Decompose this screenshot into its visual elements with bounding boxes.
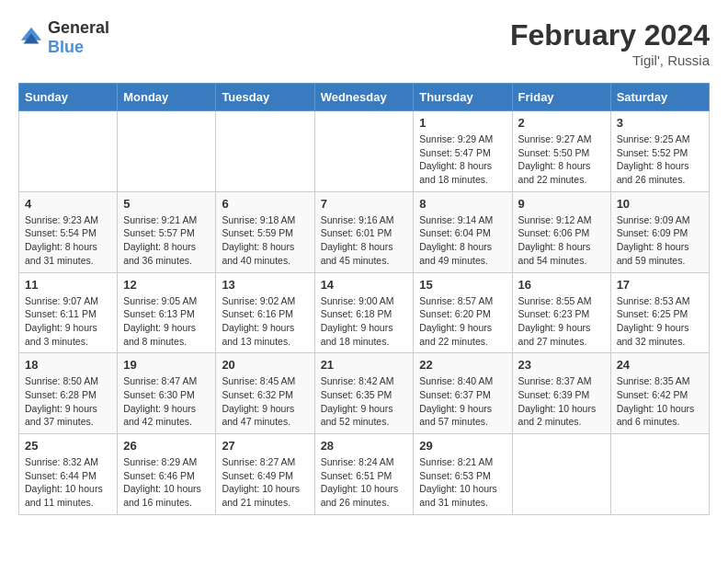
calendar-cell: 15Sunrise: 8:57 AM Sunset: 6:20 PM Dayli…: [414, 272, 512, 353]
weekday-header-monday: Monday: [118, 84, 216, 111]
calendar-cell: [19, 111, 118, 192]
day-detail: Sunrise: 8:29 AM Sunset: 6:46 PM Dayligh…: [123, 455, 210, 510]
weekday-row: SundayMondayTuesdayWednesdayThursdayFrid…: [19, 84, 710, 111]
calendar-cell: [216, 111, 314, 192]
calendar-cell: [118, 111, 216, 192]
calendar-cell: 27Sunrise: 8:27 AM Sunset: 6:49 PM Dayli…: [216, 434, 314, 515]
calendar-week-2: 4Sunrise: 9:23 AM Sunset: 5:54 PM Daylig…: [19, 191, 710, 272]
calendar-cell: 1Sunrise: 9:29 AM Sunset: 5:47 PM Daylig…: [414, 111, 512, 192]
calendar-cell: 2Sunrise: 9:27 AM Sunset: 5:50 PM Daylig…: [512, 111, 610, 192]
day-number: 15: [419, 278, 506, 292]
day-number: 9: [518, 197, 605, 211]
day-detail: Sunrise: 9:21 AM Sunset: 5:57 PM Dayligh…: [123, 213, 210, 268]
calendar-cell: 12Sunrise: 9:05 AM Sunset: 6:13 PM Dayli…: [118, 272, 216, 353]
calendar-cell: 16Sunrise: 8:55 AM Sunset: 6:23 PM Dayli…: [512, 272, 610, 353]
day-number: 18: [25, 358, 111, 372]
day-detail: Sunrise: 9:16 AM Sunset: 6:01 PM Dayligh…: [321, 213, 408, 268]
day-number: 5: [123, 197, 210, 211]
logo-icon: [18, 25, 44, 51]
day-detail: Sunrise: 9:00 AM Sunset: 6:18 PM Dayligh…: [321, 294, 408, 349]
weekday-header-wednesday: Wednesday: [314, 84, 414, 111]
day-detail: Sunrise: 8:32 AM Sunset: 6:44 PM Dayligh…: [25, 455, 111, 510]
day-number: 20: [222, 358, 308, 372]
weekday-header-sunday: Sunday: [19, 84, 118, 111]
calendar-cell: 24Sunrise: 8:35 AM Sunset: 6:42 PM Dayli…: [610, 353, 709, 434]
day-detail: Sunrise: 8:40 AM Sunset: 6:37 PM Dayligh…: [419, 374, 506, 429]
day-number: 16: [518, 278, 605, 292]
day-number: 10: [617, 197, 703, 211]
day-number: 4: [25, 197, 111, 211]
logo-general: General: [48, 18, 109, 37]
day-detail: Sunrise: 8:45 AM Sunset: 6:32 PM Dayligh…: [222, 374, 308, 429]
calendar-cell: 13Sunrise: 9:02 AM Sunset: 6:16 PM Dayli…: [216, 272, 314, 353]
calendar-week-3: 11Sunrise: 9:07 AM Sunset: 6:11 PM Dayli…: [19, 272, 710, 353]
day-number: 21: [321, 358, 408, 372]
day-detail: Sunrise: 8:24 AM Sunset: 6:51 PM Dayligh…: [321, 455, 408, 510]
calendar-cell: 20Sunrise: 8:45 AM Sunset: 6:32 PM Dayli…: [216, 353, 314, 434]
month-year: February 2024: [510, 18, 710, 52]
day-detail: Sunrise: 8:55 AM Sunset: 6:23 PM Dayligh…: [518, 294, 605, 349]
calendar-cell: 8Sunrise: 9:14 AM Sunset: 6:04 PM Daylig…: [414, 191, 512, 272]
calendar-cell: 9Sunrise: 9:12 AM Sunset: 6:06 PM Daylig…: [512, 191, 610, 272]
day-detail: Sunrise: 8:35 AM Sunset: 6:42 PM Dayligh…: [617, 374, 703, 429]
day-detail: Sunrise: 8:53 AM Sunset: 6:25 PM Dayligh…: [617, 294, 703, 349]
calendar-cell: 5Sunrise: 9:21 AM Sunset: 5:57 PM Daylig…: [118, 191, 216, 272]
day-detail: Sunrise: 9:18 AM Sunset: 5:59 PM Dayligh…: [222, 213, 308, 268]
day-detail: Sunrise: 9:27 AM Sunset: 5:50 PM Dayligh…: [518, 132, 605, 187]
logo-blue: Blue: [48, 38, 84, 56]
day-detail: Sunrise: 8:50 AM Sunset: 6:28 PM Dayligh…: [25, 374, 111, 429]
calendar-body: 1Sunrise: 9:29 AM Sunset: 5:47 PM Daylig…: [19, 111, 710, 515]
day-number: 14: [321, 278, 408, 292]
day-number: 28: [321, 439, 408, 453]
day-number: 27: [222, 439, 308, 453]
day-detail: Sunrise: 9:12 AM Sunset: 6:06 PM Dayligh…: [518, 213, 605, 268]
day-number: 2: [518, 116, 605, 130]
day-number: 25: [25, 439, 111, 453]
day-detail: Sunrise: 8:21 AM Sunset: 6:53 PM Dayligh…: [419, 455, 506, 510]
day-number: 24: [617, 358, 703, 372]
calendar-week-1: 1Sunrise: 9:29 AM Sunset: 5:47 PM Daylig…: [19, 111, 710, 192]
calendar-cell: 18Sunrise: 8:50 AM Sunset: 6:28 PM Dayli…: [19, 353, 118, 434]
weekday-header-tuesday: Tuesday: [216, 84, 314, 111]
calendar-cell: 6Sunrise: 9:18 AM Sunset: 5:59 PM Daylig…: [216, 191, 314, 272]
day-detail: Sunrise: 9:29 AM Sunset: 5:47 PM Dayligh…: [419, 132, 506, 187]
location: Tigil', Russia: [510, 52, 710, 68]
calendar-cell: [512, 434, 610, 515]
day-number: 22: [419, 358, 506, 372]
day-detail: Sunrise: 9:02 AM Sunset: 6:16 PM Dayligh…: [222, 294, 308, 349]
day-detail: Sunrise: 9:05 AM Sunset: 6:13 PM Dayligh…: [123, 294, 210, 349]
calendar-cell: [314, 111, 414, 192]
day-number: 7: [321, 197, 408, 211]
calendar-week-5: 25Sunrise: 8:32 AM Sunset: 6:44 PM Dayli…: [19, 434, 710, 515]
title-block: February 2024 Tigil', Russia: [510, 18, 710, 68]
day-detail: Sunrise: 9:25 AM Sunset: 5:52 PM Dayligh…: [617, 132, 703, 187]
calendar-cell: 29Sunrise: 8:21 AM Sunset: 6:53 PM Dayli…: [414, 434, 512, 515]
calendar-cell: 14Sunrise: 9:00 AM Sunset: 6:18 PM Dayli…: [314, 272, 414, 353]
day-detail: Sunrise: 9:23 AM Sunset: 5:54 PM Dayligh…: [25, 213, 111, 268]
day-number: 12: [123, 278, 210, 292]
day-number: 19: [123, 358, 210, 372]
day-detail: Sunrise: 9:09 AM Sunset: 6:09 PM Dayligh…: [617, 213, 703, 268]
day-detail: Sunrise: 8:47 AM Sunset: 6:30 PM Dayligh…: [123, 374, 210, 429]
calendar-cell: 3Sunrise: 9:25 AM Sunset: 5:52 PM Daylig…: [610, 111, 709, 192]
day-number: 11: [25, 278, 111, 292]
day-number: 26: [123, 439, 210, 453]
day-number: 23: [518, 358, 605, 372]
day-detail: Sunrise: 8:42 AM Sunset: 6:35 PM Dayligh…: [321, 374, 408, 429]
logo: General Blue: [18, 18, 109, 57]
day-number: 8: [419, 197, 506, 211]
weekday-header-friday: Friday: [512, 84, 610, 111]
calendar-cell: 19Sunrise: 8:47 AM Sunset: 6:30 PM Dayli…: [118, 353, 216, 434]
calendar-cell: 4Sunrise: 9:23 AM Sunset: 5:54 PM Daylig…: [19, 191, 118, 272]
day-number: 3: [617, 116, 703, 130]
page-header: General Blue February 2024 Tigil', Russi…: [18, 18, 710, 68]
calendar-cell: 26Sunrise: 8:29 AM Sunset: 6:46 PM Dayli…: [118, 434, 216, 515]
day-detail: Sunrise: 8:57 AM Sunset: 6:20 PM Dayligh…: [419, 294, 506, 349]
calendar-cell: 22Sunrise: 8:40 AM Sunset: 6:37 PM Dayli…: [414, 353, 512, 434]
calendar-cell: 25Sunrise: 8:32 AM Sunset: 6:44 PM Dayli…: [19, 434, 118, 515]
calendar-table: SundayMondayTuesdayWednesdayThursdayFrid…: [18, 83, 710, 515]
calendar-cell: 21Sunrise: 8:42 AM Sunset: 6:35 PM Dayli…: [314, 353, 414, 434]
calendar-cell: 10Sunrise: 9:09 AM Sunset: 6:09 PM Dayli…: [610, 191, 709, 272]
calendar-cell: 11Sunrise: 9:07 AM Sunset: 6:11 PM Dayli…: [19, 272, 118, 353]
calendar-cell: 28Sunrise: 8:24 AM Sunset: 6:51 PM Dayli…: [314, 434, 414, 515]
